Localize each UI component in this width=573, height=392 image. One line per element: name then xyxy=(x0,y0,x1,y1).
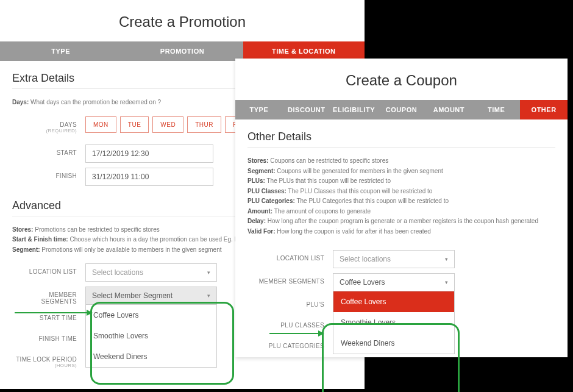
tab-type[interactable]: TYPE xyxy=(235,100,283,119)
field-label: MEMBER SEGMENTS xyxy=(247,273,333,285)
member-segments-dropdown: Coffee Lovers Smoothie Lovers Weekend Di… xyxy=(85,305,217,368)
member-segments-dropdown: Coffee Lovers Smoothie Lovers Weekend Di… xyxy=(333,291,455,354)
day-chip-wed[interactable]: WED xyxy=(152,116,183,133)
chevron-down-icon: ▾ xyxy=(207,293,210,299)
finish-datetime-input[interactable] xyxy=(85,168,213,186)
field-label: PLU CLASSES xyxy=(247,317,333,329)
tab-promotion[interactable]: PROMOTION xyxy=(121,41,243,61)
svg-marker-1 xyxy=(87,310,93,316)
page-title: Create a Coupon xyxy=(235,59,568,100)
coupon-location-list-row: LOCATION LIST Select locations ▾ xyxy=(235,248,568,271)
segment-option[interactable]: Weekend Diners xyxy=(86,346,216,367)
page-title: Create a Promotion xyxy=(0,0,365,41)
segment-option[interactable]: Smoothie Lovers xyxy=(333,312,454,333)
start-datetime-input[interactable] xyxy=(85,144,213,163)
segment-option[interactable]: Weekend Diners xyxy=(333,333,454,354)
svg-marker-3 xyxy=(318,330,324,337)
chevron-down-icon: ▾ xyxy=(207,269,210,276)
other-description: Stores: Coupons can be restricted to spe… xyxy=(235,152,568,243)
chevron-down-icon: ▾ xyxy=(445,256,448,262)
tab-coupon[interactable]: COUPON xyxy=(378,100,425,119)
tab-eligibility[interactable]: ELIGIBILITY xyxy=(330,100,378,119)
field-label: TIME LOCK PERIOD (HOURS) xyxy=(12,351,85,368)
location-list-select[interactable]: Select locations ▾ xyxy=(85,263,217,282)
coupon-tabbar: TYPE DISCOUNT ELIGIBILITY COUPON AMOUNT … xyxy=(235,100,568,119)
segment-option[interactable]: Smoothie Lovers xyxy=(86,326,216,346)
chevron-down-icon: ▾ xyxy=(445,279,448,285)
desc-text: What days can the promotion be redeemed … xyxy=(30,99,161,105)
day-chip-mon[interactable]: MON xyxy=(85,116,116,133)
day-chip-thur[interactable]: THUR xyxy=(187,116,221,133)
other-details-section: Other Details xyxy=(235,119,568,152)
segment-option[interactable]: Coffee Lovers xyxy=(86,305,216,326)
member-segments-select[interactable]: Coffee Lovers ▾ xyxy=(333,273,455,291)
section-heading: Other Details xyxy=(247,130,555,148)
field-label: LOCATION LIST xyxy=(12,263,85,275)
day-chip-tue[interactable]: TUE xyxy=(120,116,149,133)
location-list-select[interactable]: Select locations ▾ xyxy=(333,250,455,268)
tab-time[interactable]: TIME xyxy=(472,100,520,119)
tab-discount[interactable]: DISCOUNT xyxy=(283,100,330,119)
arrow-annotation xyxy=(269,329,326,338)
field-label: PLU'S xyxy=(247,296,333,308)
tab-type[interactable]: TYPE xyxy=(0,41,121,61)
field-label: PLU CATEGORIES xyxy=(247,338,333,349)
field-label: MEMBER SEGMENTS xyxy=(12,287,85,305)
field-label: DAYS (REQUIRED) xyxy=(12,116,85,134)
field-label: START xyxy=(12,144,85,156)
field-label: FINISH xyxy=(12,168,85,179)
segment-option[interactable]: Coffee Lovers xyxy=(333,291,454,312)
coupon-member-segments-row: MEMBER SEGMENTS Coffee Lovers ▾ Coffee L… xyxy=(235,271,568,294)
field-label: LOCATION LIST xyxy=(247,250,333,262)
desc-label: Days: xyxy=(12,99,29,105)
create-coupon-card: Create a Coupon TYPE DISCOUNT ELIGIBILIT… xyxy=(235,59,568,357)
member-segments-select[interactable]: Select Member Segment ▾ xyxy=(85,287,217,305)
arrow-annotation xyxy=(15,308,94,317)
tab-other[interactable]: OTHER xyxy=(520,100,568,119)
tab-amount[interactable]: AMOUNT xyxy=(425,100,472,119)
field-label: FINISH TIME xyxy=(12,330,85,342)
